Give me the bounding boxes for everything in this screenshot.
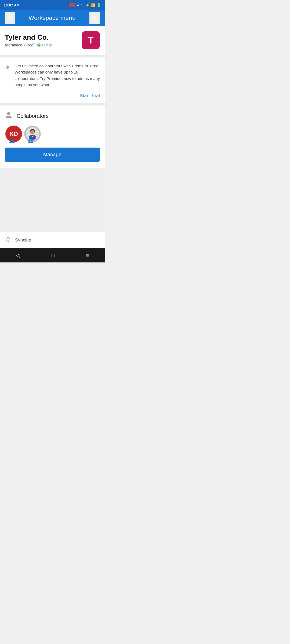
syncing-section: Syncing (0, 232, 105, 248)
person-icon (5, 111, 12, 121)
bluetooth-icon: ✶ (77, 3, 79, 7)
back-button[interactable]: ◁ (10, 250, 25, 261)
workspace-info: Tyler and Co. tylerandco (Free) Public (5, 33, 52, 47)
manage-button[interactable]: Manage (5, 148, 100, 162)
collaborators-section: Collaborators KD (0, 105, 105, 168)
workspace-avatar-letter: T (88, 35, 94, 46)
moon-icon: ☾ (81, 3, 84, 7)
sync-text: Syncing (15, 237, 31, 243)
section-divider-2 (0, 103, 105, 105)
section-divider-1 (0, 55, 105, 57)
start-trial-button[interactable]: Start Trial (80, 93, 100, 98)
workspace-section: Tyler and Co. tylerandco (Free) Public T (0, 26, 105, 55)
workspace-avatar: T (82, 31, 100, 49)
main-content: Tyler and Co. tylerandco (Free) Public T… (0, 26, 105, 248)
settings-button[interactable]: ⚙ (89, 12, 100, 24)
bottom-nav: ◁ □ ≡ (0, 248, 105, 262)
start-trial-row: Start Trial (0, 93, 105, 103)
menu-button[interactable]: ≡ (81, 250, 95, 261)
public-badge: Public (37, 43, 52, 47)
section-header: Collaborators (5, 111, 100, 121)
avatar-kd-container: KD (5, 126, 22, 142)
collaborators-title: Collaborators (17, 113, 49, 119)
rec-text: 📹 (70, 3, 74, 7)
svg-point-10 (30, 130, 35, 134)
close-button[interactable]: ✕ (5, 12, 15, 24)
visibility-label: Public (42, 43, 52, 47)
promo-section: ✦ Get unlimited collaborators with Premi… (0, 57, 105, 93)
workspace-name: Tyler and Co. (5, 33, 52, 42)
promo-text: Get unlimited collaborators with Premium… (15, 63, 100, 88)
avatars-row: KD (5, 126, 100, 142)
app-bar: ✕ Workspace menu ⚙ (0, 10, 105, 26)
status-bar: 10:07 AM 📹 ✶ ☾ ⚡ 📶 🔋 (0, 0, 105, 10)
rec-icon: 📹 (69, 3, 75, 7)
avatar-photo-container (24, 126, 41, 142)
status-icons: 📹 ✶ ☾ ⚡ 📶 🔋 (69, 3, 101, 7)
globe-icon (37, 43, 41, 47)
workspace-meta: tylerandco (Free) Public (5, 43, 52, 47)
app-bar-title: Workspace menu (29, 14, 76, 21)
status-time: 10:07 AM (4, 3, 20, 7)
sparkle-icon: ✦ (5, 63, 11, 72)
rank-badge-kd (8, 137, 20, 143)
workspace-slug: tylerandco (5, 43, 22, 47)
battery-icon: 🔋 (97, 3, 101, 7)
home-button[interactable]: □ (46, 250, 60, 261)
rank-badge-photo (27, 137, 38, 143)
signal-icon: ⚡ (85, 3, 90, 7)
workspace-plan: (Free) (24, 43, 35, 47)
wifi-icon: 📶 (91, 3, 95, 7)
sync-icon (5, 236, 11, 244)
empty-gray-area (0, 168, 105, 232)
